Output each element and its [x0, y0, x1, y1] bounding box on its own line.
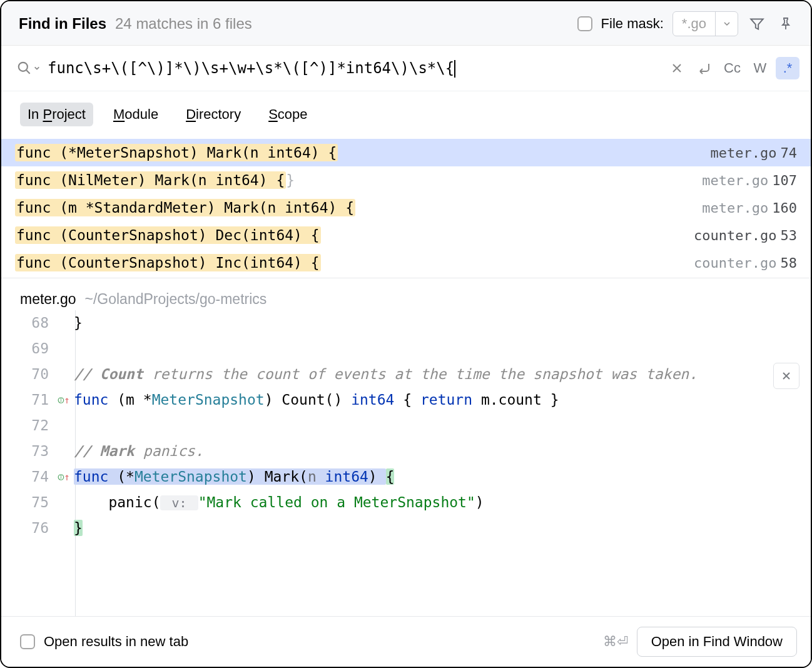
- line-number: 73: [1, 438, 58, 464]
- result-row[interactable]: func (m *StandardMeter) Mark(n int64) { …: [1, 194, 811, 221]
- dialog-header: Find in Files 24 matches in 6 files File…: [1, 1, 811, 46]
- code-line: 73 // Mark panics.: [1, 438, 811, 464]
- code-preview[interactable]: 68 } 69 70 // Count returns the count of…: [1, 310, 811, 616]
- open-new-tab-label: Open results in new tab: [44, 634, 188, 650]
- code-line: 75 panic( v: "Mark called on a MeterSnap…: [1, 490, 811, 515]
- pin-icon: [778, 16, 793, 31]
- dialog-footer: Open results in new tab ⌘⏎ Open in Find …: [1, 616, 811, 667]
- line-number: 74: [1, 464, 58, 490]
- clear-search-button[interactable]: [665, 57, 689, 79]
- newline-icon: [696, 61, 713, 75]
- tab-directory[interactable]: Directory: [178, 103, 248, 126]
- pin-button[interactable]: [776, 14, 796, 34]
- file-mask-value: *.go: [673, 16, 715, 32]
- preview-filename: meter.go: [20, 291, 76, 308]
- result-location: meter.go107: [702, 173, 797, 188]
- implements-gutter-icon[interactable]: I↑: [58, 387, 71, 413]
- tab-in-project[interactable]: In Project: [20, 103, 93, 126]
- implements-gutter-icon[interactable]: I↑: [58, 464, 71, 490]
- file-mask-label: File mask:: [601, 16, 664, 32]
- tab-scope[interactable]: Scope: [261, 103, 315, 126]
- match-case-toggle[interactable]: Cc: [720, 57, 744, 79]
- preview-header: meter.go ~/GolandProjects/go-metrics: [1, 278, 811, 310]
- results-list: func (*MeterSnapshot) Mark(n int64) { me…: [1, 139, 811, 278]
- file-mask-checkbox[interactable]: [577, 16, 592, 31]
- line-number: 75: [1, 490, 58, 515]
- filter-icon: [749, 16, 765, 32]
- code-line: 74 I↑ func (*MeterSnapshot) Mark(n int64…: [1, 464, 811, 490]
- result-row[interactable]: func (CounterSnapshot) Inc(int64) { coun…: [1, 249, 811, 276]
- code-line: 68 }: [1, 310, 811, 336]
- file-mask-select[interactable]: *.go: [672, 11, 738, 36]
- result-location: counter.go53: [694, 228, 797, 243]
- result-row[interactable]: func (NilMeter) Mark(n int64) {} meter.g…: [1, 166, 811, 194]
- dialog-title: Find in Files: [19, 15, 106, 33]
- open-in-find-window-button[interactable]: Open in Find Window: [637, 627, 797, 657]
- chevron-down-icon: [34, 65, 40, 71]
- chevron-down-icon: [723, 20, 731, 28]
- line-number: 72: [1, 413, 58, 438]
- code-line: 76 }: [1, 515, 811, 541]
- words-toggle[interactable]: W: [748, 57, 772, 79]
- code-line: 72: [1, 413, 811, 438]
- regex-toggle[interactable]: .*: [776, 57, 799, 79]
- line-number: 68: [1, 310, 58, 336]
- tab-module[interactable]: Module: [106, 103, 166, 126]
- open-new-tab-checkbox[interactable]: [20, 634, 35, 649]
- close-icon: [671, 63, 683, 74]
- result-location: counter.go58: [694, 255, 797, 271]
- new-line-button[interactable]: [693, 57, 716, 79]
- search-icon: [16, 60, 40, 76]
- match-stats: 24 matches in 6 files: [115, 15, 252, 33]
- result-row[interactable]: func (CounterSnapshot) Dec(int64) { coun…: [1, 221, 811, 249]
- search-row: func\s+\([^\)]*\)\s+\w+\s*\([^)]*int64\)…: [1, 46, 811, 91]
- shortcut-hint: ⌘⏎: [603, 634, 628, 650]
- code-line: 71 I↑ func (m *MeterSnapshot) Count() in…: [1, 387, 811, 413]
- svg-text:I: I: [59, 475, 62, 480]
- line-number: 70: [1, 362, 58, 387]
- code-line: 69: [1, 336, 811, 362]
- line-number: 76: [1, 515, 58, 541]
- file-mask-dropdown-button[interactable]: [715, 12, 738, 36]
- result-location: meter.go74: [711, 145, 797, 161]
- result-row[interactable]: func (*MeterSnapshot) Mark(n int64) { me…: [1, 139, 811, 166]
- search-input[interactable]: func\s+\([^\)]*\)\s+\w+\s*\([^)]*int64\)…: [48, 59, 657, 78]
- preview-path: ~/GolandProjects/go-metrics: [85, 291, 267, 308]
- scope-tabs: In Project Module Directory Scope: [1, 91, 811, 139]
- find-in-files-window: Find in Files 24 matches in 6 files File…: [0, 0, 812, 668]
- result-location: meter.go160: [702, 200, 797, 216]
- code-line: 70 // Count returns the count of events …: [1, 362, 811, 387]
- line-number: 71: [1, 387, 58, 413]
- svg-point-0: [19, 63, 28, 71]
- svg-text:I: I: [59, 398, 62, 403]
- filter-button[interactable]: [747, 14, 767, 34]
- line-number: 69: [1, 336, 58, 362]
